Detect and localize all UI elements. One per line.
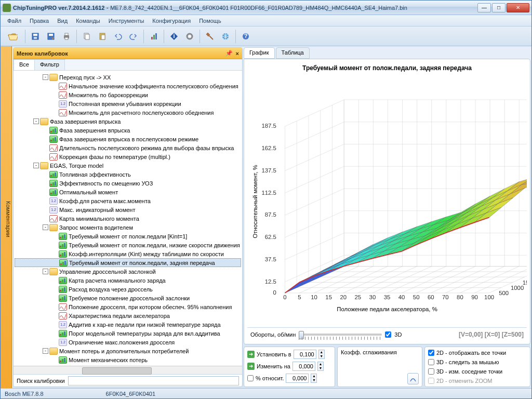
globe-button[interactable] bbox=[218, 29, 233, 44]
close-button[interactable]: ✕ bbox=[507, 3, 529, 12]
svg-text:1500: 1500 bbox=[523, 280, 527, 286]
tree-item[interactable]: Множитель для расчетного послепускового … bbox=[15, 108, 241, 117]
opt-3d-followmouse[interactable] bbox=[428, 359, 434, 365]
print-button[interactable] bbox=[59, 29, 74, 44]
tree-item[interactable]: Фаза завершения впрыска в послепусковом … bbox=[15, 135, 241, 143]
svg-rect-11 bbox=[101, 35, 105, 39]
menu-commands[interactable]: Команды bbox=[72, 16, 104, 25]
paste-button[interactable] bbox=[95, 29, 110, 44]
menu-edit[interactable]: Правка bbox=[26, 16, 52, 25]
menu-help[interactable]: Помощь bbox=[195, 16, 225, 25]
save-as-button[interactable] bbox=[44, 29, 58, 44]
tree-item[interactable]: Карта минимального момента bbox=[15, 214, 241, 223]
tree-item[interactable]: Коррекция фазы по температуре (multipl.) bbox=[15, 152, 241, 161]
open-button[interactable] bbox=[3, 29, 22, 44]
svg-rect-61 bbox=[60, 361, 61, 362]
tree-item[interactable]: Момент механических потерь bbox=[15, 355, 241, 364]
opt-3d-neighbors[interactable] bbox=[428, 368, 434, 375]
tree-item[interactable]: 1.2Ограничение макс.положения дросселя bbox=[15, 338, 241, 347]
tree-item[interactable]: Положение дросселя, при котором обеспеч.… bbox=[15, 302, 241, 311]
tree-item[interactable]: Начальное значение коэффициента послепус… bbox=[15, 82, 241, 90]
apply-smooth-button[interactable] bbox=[407, 373, 419, 384]
menu-view[interactable]: Вид bbox=[54, 16, 71, 25]
tree-item[interactable]: Карта расчета номинального заряда bbox=[15, 276, 241, 285]
tool-button[interactable] bbox=[203, 29, 217, 44]
spinner[interactable]: ▲▼ bbox=[317, 362, 324, 371]
redo-button[interactable] bbox=[126, 29, 141, 44]
horizontal-scrollbar[interactable] bbox=[14, 366, 242, 374]
tree-item[interactable]: Длительность послепускового режима для в… bbox=[15, 143, 241, 152]
tree-item[interactable]: 1.2Аддитив к хар-ке педали при низкой те… bbox=[15, 320, 241, 329]
save-button[interactable] bbox=[28, 29, 43, 44]
3d-surface-chart[interactable]: 012.537.562.587.5112.5137.5162.5187.5051… bbox=[247, 76, 527, 327]
chart-icon bbox=[59, 259, 68, 267]
svg-text:112.5: 112.5 bbox=[261, 190, 276, 196]
search-input[interactable] bbox=[68, 376, 239, 385]
tree-item[interactable]: -Фаза завершения впрыска bbox=[15, 117, 241, 126]
minimize-button[interactable]: — bbox=[477, 3, 491, 12]
set-value-input[interactable] bbox=[294, 350, 316, 359]
tree-item[interactable]: Расход воздуха через дроссель bbox=[15, 285, 241, 294]
copy-button[interactable] bbox=[79, 29, 94, 44]
tree-item[interactable]: -EGAS, Torque model bbox=[15, 161, 241, 170]
spinner[interactable]: ▲▼ bbox=[311, 374, 317, 383]
curve-icon bbox=[59, 109, 67, 116]
comments-tab[interactable]: Комментарии bbox=[1, 46, 12, 388]
chart-icon bbox=[59, 277, 67, 284]
svg-rect-35 bbox=[52, 191, 54, 194]
toolbar: i ? bbox=[1, 26, 531, 46]
tree-item[interactable]: -Запрос момента водителем bbox=[15, 223, 241, 232]
percent-checkbox[interactable] bbox=[247, 375, 254, 381]
tab-all[interactable]: Все bbox=[14, 59, 35, 70]
svg-rect-2 bbox=[34, 37, 37, 39]
info-button[interactable]: i bbox=[167, 29, 181, 44]
opt-2d-allpoints[interactable] bbox=[428, 350, 434, 356]
tree-item[interactable]: Оптимальный момент bbox=[15, 188, 241, 196]
menu-file[interactable]: Файл bbox=[4, 16, 25, 25]
tree-item[interactable]: Фаза завершения впрыска bbox=[15, 126, 241, 135]
rpm-slider[interactable] bbox=[299, 334, 382, 336]
svg-rect-51 bbox=[64, 278, 65, 283]
help-button[interactable]: ? bbox=[238, 29, 253, 44]
svg-rect-52 bbox=[60, 290, 61, 291]
percent-value-input[interactable] bbox=[286, 374, 309, 383]
tab-table[interactable]: Таблица bbox=[276, 47, 310, 59]
tree-item[interactable]: 1.2Коэфф.для расчета макс.момента bbox=[15, 196, 241, 205]
menu-tools[interactable]: Инструменты bbox=[105, 16, 148, 25]
tree-item[interactable]: Требуемый момент от полож.педали, задняя… bbox=[15, 258, 241, 267]
spinner[interactable]: ▲▼ bbox=[318, 350, 325, 359]
pin-icon[interactable]: 📌 bbox=[225, 50, 233, 57]
tree-item[interactable]: 1.2Постоянная времени убывания коррекции bbox=[15, 99, 241, 108]
tree-item[interactable]: Требуемый момент от полож.педали, низкие… bbox=[15, 241, 241, 249]
chart-button[interactable] bbox=[147, 29, 161, 44]
svg-line-90 bbox=[358, 267, 417, 293]
tab-filter[interactable]: Фильтр bbox=[34, 59, 65, 70]
svg-text:100: 100 bbox=[484, 294, 494, 300]
tree-item[interactable]: Топливная эффективность bbox=[15, 170, 241, 179]
maximize-button[interactable]: □ bbox=[492, 3, 506, 12]
tree-item[interactable]: Множитель по барокоррекции bbox=[15, 90, 241, 99]
tree-item[interactable]: Эффективность по смещению УОЗ bbox=[15, 179, 241, 188]
tree-item[interactable]: -Момент потерь и дополнительных потребит… bbox=[15, 347, 241, 355]
menu-config[interactable]: Конфигурация bbox=[149, 16, 194, 25]
tab-chart[interactable]: График bbox=[244, 47, 275, 59]
change-value-input[interactable] bbox=[292, 362, 315, 371]
opt-2d-zoom[interactable] bbox=[428, 378, 434, 384]
tree-item[interactable]: Коэфф.интерполяции (Kint) между таблицам… bbox=[15, 249, 241, 258]
tree-item[interactable]: Требуемый момент от полож.педали [Kint=1… bbox=[15, 232, 241, 241]
svg-rect-53 bbox=[62, 288, 63, 291]
3d-checkbox[interactable] bbox=[385, 331, 391, 338]
svg-rect-1 bbox=[33, 34, 37, 36]
chart-icon bbox=[59, 330, 67, 337]
tree-item[interactable]: Требуемое положение дроссельной заслонки bbox=[15, 294, 241, 302]
tree-item[interactable]: -Управление дроссельной заслонкой bbox=[15, 267, 241, 276]
svg-line-88 bbox=[329, 267, 388, 293]
tree-item[interactable]: Порог модельной температуры заряда для в… bbox=[15, 329, 241, 338]
gear-button[interactable] bbox=[182, 29, 197, 44]
tree-item[interactable]: Характеристика педали акселератора bbox=[15, 311, 241, 320]
close-pane-icon[interactable]: × bbox=[236, 50, 239, 57]
calibration-tree[interactable]: -Переход пуск -> XXНачальное значение ко… bbox=[14, 71, 242, 366]
tree-item[interactable]: -Переход пуск -> XX bbox=[15, 73, 241, 82]
undo-button[interactable] bbox=[111, 29, 125, 44]
tree-item[interactable]: 1.2Макс. индикаторный момент bbox=[15, 205, 241, 214]
